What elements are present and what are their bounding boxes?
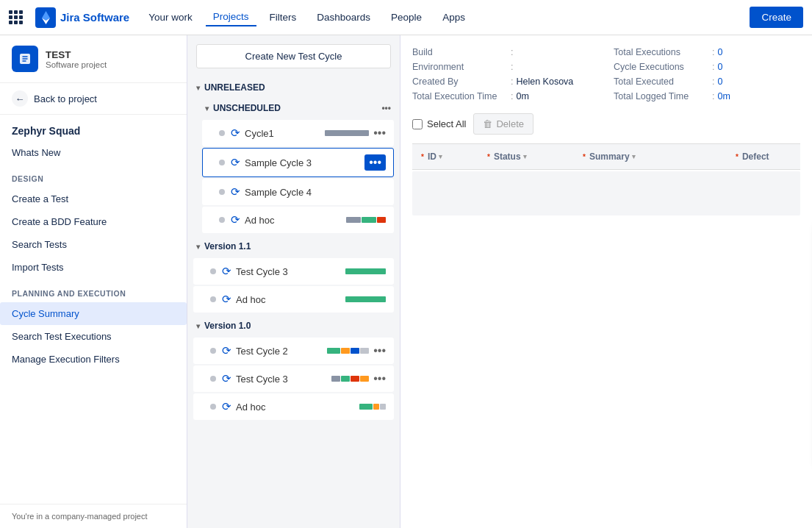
cycle-bar xyxy=(327,348,369,354)
unscheduled-more[interactable]: ••• xyxy=(381,103,391,113)
cycle-item-adhoc-v10[interactable]: ⟳ Ad hoc xyxy=(193,393,394,420)
cycle-name: Sample Cycle 3 xyxy=(245,157,360,168)
th-status-label: Status xyxy=(494,151,521,162)
bar-seg xyxy=(373,404,379,410)
cycle-dot xyxy=(210,376,216,382)
bar-seg xyxy=(359,404,373,410)
info-value-logged-time[interactable]: 0m xyxy=(717,91,730,101)
cycle-item-adhoc-v11[interactable]: ⟳ Ad hoc xyxy=(193,286,394,313)
brand-name: Jira Software xyxy=(60,11,129,24)
bar-seg xyxy=(360,376,369,382)
info-grid: Build : Total Executions : 0 Environment… xyxy=(412,47,800,101)
sidebar-item-cycle-summary[interactable]: Cycle Summary xyxy=(0,302,187,325)
th-id[interactable]: * ID ▾ xyxy=(412,144,478,169)
info-value-total-exec[interactable]: 0 xyxy=(717,47,722,57)
cycle-more-button-active[interactable]: ••• xyxy=(364,154,386,171)
info-label-build: Build xyxy=(412,47,508,57)
bar-seg xyxy=(351,348,359,354)
cycle-bar xyxy=(345,296,386,302)
cycle-more-button[interactable]: ••• xyxy=(373,344,386,357)
cycle-bar xyxy=(346,217,386,223)
cycle-bar xyxy=(331,376,369,382)
info-exec-time: Total Execution Time : 0m xyxy=(412,91,599,101)
unscheduled-caret: ▾ xyxy=(205,104,209,113)
main-layout: TEST Software project ← Back to project … xyxy=(0,35,812,528)
bar-seg xyxy=(362,217,376,223)
sidebar-item-create-bdd[interactable]: Create a BDD Feature xyxy=(0,210,187,233)
jira-logo-icon xyxy=(35,7,56,28)
version11-header[interactable]: ▾ Version 1.1 xyxy=(187,236,400,257)
cycle-item-tc3-v10[interactable]: ⟳ Test Cycle 3 ••• xyxy=(193,365,394,392)
nav-apps[interactable]: Apps xyxy=(435,9,473,26)
nav-people[interactable]: People xyxy=(384,9,429,26)
cycle-icon: ⟳ xyxy=(231,126,240,140)
cycle-item-sample3[interactable]: ⟳ Sample Cycle 3 ••• xyxy=(202,148,394,177)
sidebar-item-search-executions[interactable]: Search Test Executions xyxy=(0,325,187,348)
info-total-executed: Total Executed : 0 xyxy=(614,76,800,87)
version11-group: ▾ Version 1.1 ⟳ Test Cycle 3 ⟳ Ad hoc xyxy=(187,236,400,313)
cycle-item-cycle1[interactable]: ⟳ Cycle1 ••• xyxy=(202,120,394,146)
version-label: Version 1.1 xyxy=(204,241,251,251)
info-label-total-executed: Total Executed xyxy=(614,76,709,87)
cycle-name: Ad hoc xyxy=(245,215,342,226)
create-test-cycle-button[interactable]: Create New Test Cycle xyxy=(196,44,391,68)
sidebar-item-whatsnew[interactable]: Whats New xyxy=(0,141,187,164)
apps-grid-icon[interactable] xyxy=(9,10,24,25)
sidebar-item-create-test[interactable]: Create a Test xyxy=(0,188,187,210)
nav-your-work[interactable]: Your work xyxy=(141,9,200,26)
cycle-item-sample4[interactable]: ⟳ Sample Cycle 4 xyxy=(202,179,394,205)
sidebar-item-import-tests[interactable]: Import Tests xyxy=(0,256,187,279)
nav-filters[interactable]: Filters xyxy=(262,9,304,26)
cycle-more-button[interactable]: ••• xyxy=(373,126,386,140)
cycle-item-adhoc1[interactable]: ⟳ Ad hoc xyxy=(202,207,394,233)
cycle-more-button[interactable]: ••• xyxy=(373,372,386,385)
cycle-icon: ⟳ xyxy=(231,213,240,226)
unscheduled-header[interactable]: ▾ UNSCHEDULED ••• xyxy=(196,98,400,118)
cycle-icon: ⟳ xyxy=(222,265,231,278)
info-label-created-by: Created By xyxy=(412,76,508,87)
th-status[interactable]: * Status ▾ xyxy=(478,144,574,169)
cycle-name: Ad hoc xyxy=(236,294,341,305)
main-content: Create New Test Cycle ▾ UNRELEASED ▾ UNS… xyxy=(187,35,812,528)
cycle-item-tc3-v11[interactable]: ⟳ Test Cycle 3 xyxy=(193,258,394,285)
info-value-created-by: Helen Kosova xyxy=(516,76,573,87)
cycle-item-tc2-v10[interactable]: ⟳ Test Cycle 2 ••• xyxy=(193,338,394,364)
bar-seg xyxy=(327,348,340,354)
cycle-name: Sample Cycle 4 xyxy=(245,187,386,198)
sort-icon-id: ▾ xyxy=(439,153,442,160)
back-to-project[interactable]: ← Back to project xyxy=(0,83,187,115)
nav-projects[interactable]: Projects xyxy=(206,8,256,26)
cycle-dot xyxy=(219,160,225,165)
required-star-status: * xyxy=(487,153,490,161)
unscheduled-label: UNSCHEDULED xyxy=(213,103,281,113)
select-all-checkbox[interactable] xyxy=(412,119,423,129)
info-cycle-executions: Cycle Executions : 0 xyxy=(614,62,800,72)
info-build: Build : xyxy=(412,47,599,57)
required-star-summary: * xyxy=(583,153,586,161)
sidebar-item-manage-filters[interactable]: Manage Execution Filters xyxy=(0,348,187,371)
bar-seg xyxy=(341,376,350,382)
unreleased-header[interactable]: ▾ UNRELEASED xyxy=(187,77,400,98)
select-all-control: Select All xyxy=(412,118,466,129)
trash-icon: 🗑 xyxy=(483,118,492,129)
version10-header[interactable]: ▾ Version 1.0 xyxy=(187,315,400,336)
execution-section-label: PLANNING AND EXECUTION xyxy=(0,279,187,302)
project-info: TEST Software project xyxy=(46,49,107,69)
cycle-bar xyxy=(325,130,369,136)
cycle-name: Test Cycle 3 xyxy=(236,266,341,277)
sidebar-item-search-tests[interactable]: Search Tests xyxy=(0,233,187,256)
cycle-dot xyxy=(219,217,225,223)
project-icon xyxy=(12,46,38,72)
info-value-total-executed[interactable]: 0 xyxy=(717,76,722,87)
info-logged-time: Total Logged Time : 0m xyxy=(614,91,800,101)
th-defect[interactable]: * Defect xyxy=(727,144,800,169)
bar-seg xyxy=(346,217,361,223)
unreleased-group: ▾ UNRELEASED ▾ UNSCHEDULED ••• xyxy=(187,77,400,233)
th-id-label: ID xyxy=(428,151,436,162)
info-value-cycle-exec[interactable]: 0 xyxy=(717,62,722,72)
nav-dashboards[interactable]: Dashboards xyxy=(309,9,378,26)
cycle-name: Cycle1 xyxy=(245,128,320,139)
create-button[interactable]: Create xyxy=(750,7,803,28)
bar-seg xyxy=(380,404,386,410)
th-summary[interactable]: * Summary ▾ xyxy=(574,144,727,169)
